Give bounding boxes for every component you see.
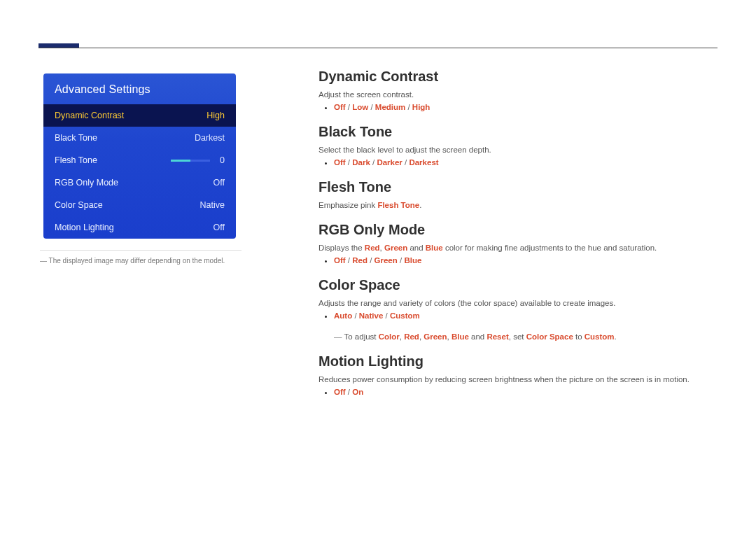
heading-black-tone: Black Tone <box>318 124 717 140</box>
options-line: Off / Low / Medium / High <box>334 103 717 111</box>
heading-dynamic-contrast: Dynamic Contrast <box>318 69 717 85</box>
opt: Off <box>334 388 346 396</box>
osd-item-label: RGB Only Mode <box>55 178 118 188</box>
osd-item-label: Motion Lighting <box>55 223 114 232</box>
options-color-space: Auto / Native / Custom <box>318 311 717 320</box>
opt: Off <box>334 158 346 167</box>
osd-item-label: Color Space <box>55 200 103 210</box>
osd-item-black-tone[interactable]: Black Tone Darkest <box>43 127 236 149</box>
heading-color-space: Color Space <box>318 277 717 293</box>
opt: Native <box>359 311 384 320</box>
osd-panel: Advanced Settings Dynamic Contrast High … <box>43 73 236 239</box>
opt: Red <box>352 256 368 265</box>
options-line: Off / Red / Green / Blue <box>334 256 717 265</box>
opt: On <box>352 388 363 396</box>
options-rgb-only-mode: Off / Red / Green / Blue <box>318 256 717 265</box>
opt: Darker <box>377 158 402 167</box>
osd-item-value-group: 0 <box>171 155 225 165</box>
section-rgb-only-mode: RGB Only Mode Displays the Red, Green an… <box>318 222 717 265</box>
osd-item-value: Off <box>214 223 225 232</box>
opt: Off <box>334 103 346 111</box>
desc-prefix: Emphasize pink <box>318 201 377 209</box>
section-color-space: Color Space Adjusts the range and variet… <box>318 277 717 341</box>
osd-item-flesh-tone[interactable]: Flesh Tone 0 <box>43 149 236 171</box>
options-line: Off / On <box>334 388 717 396</box>
content-column: Dynamic Contrast Adjust the screen contr… <box>318 69 717 409</box>
subnote-line: To adjust Color, Red, Green, Blue and Re… <box>334 332 717 341</box>
osd-item-label: Black Tone <box>55 133 97 143</box>
osd-item-value: 0 <box>220 155 225 165</box>
page: Advanced Settings Dynamic Contrast High … <box>0 0 756 534</box>
heading-motion-lighting: Motion Lighting <box>318 353 717 370</box>
opt: Off <box>334 256 346 265</box>
options-line: Off / Dark / Darker / Darkest <box>334 158 717 167</box>
header-rule <box>38 48 718 48</box>
opt: High <box>412 103 430 111</box>
osd-item-label: Dynamic Contrast <box>55 111 124 120</box>
options-line: Auto / Native / Custom <box>334 311 717 320</box>
subnote-color-space: To adjust Color, Red, Green, Blue and Re… <box>318 332 717 341</box>
desc-flesh-tone: Emphasize pink Flesh Tone. <box>318 201 717 209</box>
note-dash: ― <box>40 257 47 265</box>
osd-item-rgb-only-mode[interactable]: RGB Only Mode Off <box>43 171 236 194</box>
osd-item-value: Off <box>214 178 225 188</box>
heading-rgb-only-mode: RGB Only Mode <box>318 222 717 238</box>
desc-suffix: . <box>419 201 421 209</box>
word-red: Red <box>365 244 380 252</box>
opt: Blue <box>404 256 421 265</box>
opt: Green <box>374 256 398 265</box>
slider-track[interactable] <box>171 160 210 162</box>
word-blue: Blue <box>426 244 443 252</box>
section-dynamic-contrast: Dynamic Contrast Adjust the screen contr… <box>318 69 717 111</box>
desc-motion-lighting: Reduces power consumption by reducing sc… <box>318 375 717 384</box>
opt: Medium <box>375 103 405 111</box>
section-flesh-tone: Flesh Tone Emphasize pink Flesh Tone. <box>318 179 717 209</box>
opt: Low <box>352 103 368 111</box>
opt: Custom <box>390 311 420 320</box>
desc-highlight: Flesh Tone <box>377 201 419 209</box>
opt: Auto <box>334 311 352 320</box>
opt: Dark <box>352 158 370 167</box>
desc-rgb-only-mode: Displays the Red, Green and Blue color f… <box>318 244 717 252</box>
word-green: Green <box>384 244 407 252</box>
options-black-tone: Off / Dark / Darker / Darkest <box>318 158 717 167</box>
desc-dynamic-contrast: Adjust the screen contrast. <box>318 90 717 99</box>
osd-item-value: Darkest <box>195 133 225 143</box>
osd-item-label: Flesh Tone <box>55 155 97 165</box>
slider-fill <box>171 160 190 162</box>
osd-item-motion-lighting[interactable]: Motion Lighting Off <box>43 216 236 239</box>
note-text: ― The displayed image may differ dependi… <box>40 257 250 265</box>
desc-black-tone: Select the black level to adjust the scr… <box>318 146 717 154</box>
note-body: The displayed image may differ depending… <box>49 257 225 265</box>
options-dynamic-contrast: Off / Low / Medium / High <box>318 103 717 111</box>
osd-item-value: High <box>206 111 225 120</box>
osd-item-dynamic-contrast[interactable]: Dynamic Contrast High <box>43 104 236 127</box>
osd-item-color-space[interactable]: Color Space Native <box>43 194 236 216</box>
opt: Darkest <box>409 158 438 167</box>
heading-flesh-tone: Flesh Tone <box>318 179 717 195</box>
options-motion-lighting: Off / On <box>318 388 717 396</box>
osd-title: Advanced Settings <box>43 73 236 104</box>
note-rule <box>40 250 241 251</box>
desc-color-space: Adjusts the range and variety of colors … <box>318 299 717 307</box>
section-motion-lighting: Motion Lighting Reduces power consumptio… <box>318 353 717 396</box>
section-black-tone: Black Tone Select the black level to adj… <box>318 124 717 167</box>
osd-item-value: Native <box>200 200 225 210</box>
